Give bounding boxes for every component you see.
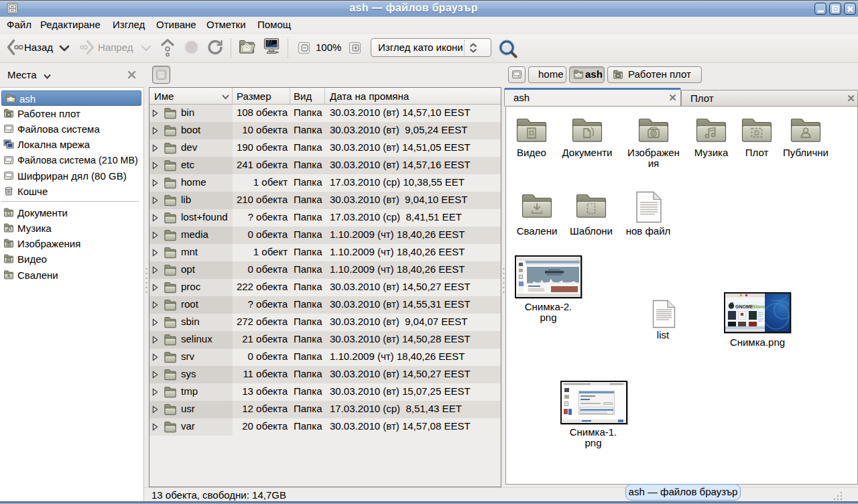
svg-text:Store: Store — [753, 304, 765, 309]
svg-text:GNOME: GNOME — [735, 304, 753, 309]
